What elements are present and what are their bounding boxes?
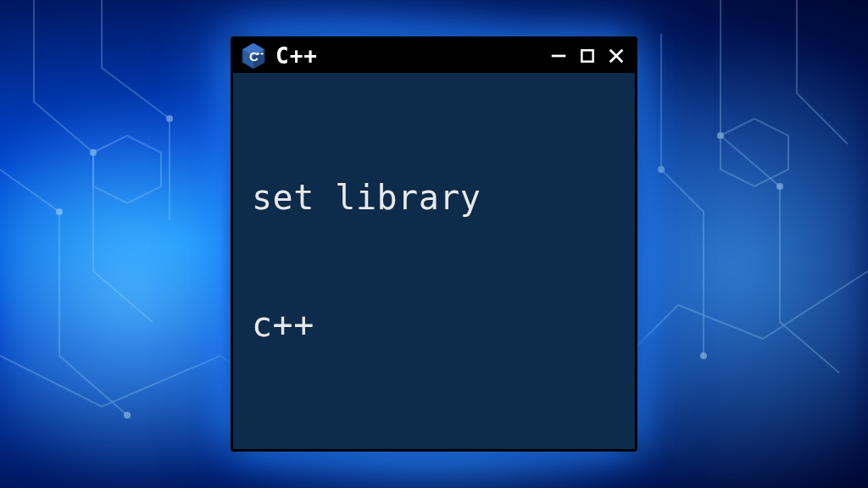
terminal-window: C + + C++ (231, 36, 637, 452)
svg-point-5 (717, 132, 724, 139)
window-titlebar[interactable]: C + + C++ (233, 39, 635, 73)
close-button[interactable] (606, 46, 626, 66)
svg-text:+: + (260, 51, 264, 57)
window-controls (548, 46, 626, 66)
maximize-button[interactable] (577, 46, 598, 66)
minimize-icon (549, 47, 568, 65)
window-title: C++ (275, 43, 318, 69)
titlebar-left: C + + C++ (240, 42, 540, 69)
cpp-hex-icon: C + + (240, 42, 267, 69)
content-line-2: c++ (252, 303, 616, 346)
terminal-content[interactable]: set library c++ (233, 73, 635, 449)
svg-rect-17 (581, 50, 593, 61)
svg-marker-1 (721, 119, 788, 186)
svg-text:+: + (257, 51, 260, 57)
svg-point-6 (776, 183, 783, 190)
svg-point-4 (56, 208, 63, 215)
svg-point-7 (658, 166, 665, 173)
svg-point-9 (700, 352, 707, 359)
close-icon (607, 47, 626, 65)
svg-point-8 (124, 412, 131, 419)
svg-point-2 (90, 149, 97, 156)
content-line-1: set library (252, 176, 616, 219)
svg-marker-0 (93, 136, 161, 203)
svg-point-3 (166, 115, 173, 122)
minimize-button[interactable] (548, 46, 569, 66)
maximize-icon (579, 47, 596, 64)
